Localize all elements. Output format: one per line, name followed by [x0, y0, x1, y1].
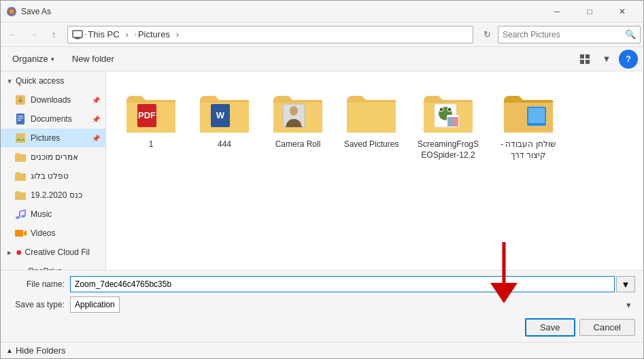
- kenes-folder-icon: [14, 189, 27, 201]
- pictures-icon: [14, 132, 27, 144]
- new-folder-button[interactable]: New folder: [66, 51, 120, 67]
- computer-icon: [72, 29, 83, 40]
- toolbar-right: ▼ ?: [575, 50, 638, 69]
- sidebar-item-amreem[interactable]: אמרים מוכנים: [1, 148, 105, 167]
- svg-marker-21: [24, 230, 27, 236]
- dialog-title: Save As: [21, 7, 541, 16]
- forward-button[interactable]: →: [24, 25, 43, 44]
- svg-rect-13: [18, 116, 23, 117]
- sidebar: ▼ Quick access Downloads 📌: [1, 71, 106, 270]
- savetype-select-wrapper: Application: [70, 296, 635, 313]
- sidebar-item-music[interactable]: Music: [1, 205, 105, 224]
- filename-input[interactable]: [70, 276, 615, 292]
- folder-desktop-shortcut[interactable]: שולחן העבודה - קיצור דרך: [491, 82, 566, 166]
- nav-bar: ← → ↑ › This PC › › Pictures › ↻: [1, 22, 643, 47]
- folder-1-label: 1: [149, 139, 154, 150]
- save-as-dialog: Save As ─ □ ✕ ← → ↑ › This PC › ›: [0, 0, 644, 359]
- sidebar-item-kenes[interactable]: כנס 19.2.2020: [1, 186, 105, 205]
- refresh-button[interactable]: ↻: [477, 25, 496, 44]
- minimize-button[interactable]: ─: [541, 1, 573, 22]
- organize-button[interactable]: Organize ▾: [6, 51, 61, 67]
- maximize-button[interactable]: □: [574, 1, 605, 22]
- up-button[interactable]: ↑: [44, 25, 63, 44]
- svg-rect-9: [580, 60, 584, 64]
- folder-camera-roll-label: Camera Roll: [275, 139, 321, 150]
- savetype-select[interactable]: Application: [70, 296, 120, 313]
- back-button[interactable]: ←: [3, 25, 22, 44]
- quick-access-label: Quick access: [16, 76, 64, 86]
- sidebar-item-onedrive[interactable]: ► ☁ OneDrive: [1, 262, 105, 270]
- breadcrumb-this-pc-dropdown[interactable]: ›: [121, 27, 133, 43]
- breadcrumb-pictures[interactable]: Pictures ›: [138, 27, 184, 43]
- search-box: 🔍: [498, 26, 641, 44]
- folder-saved-pictures[interactable]: Saved Pictures: [337, 82, 405, 166]
- folder-saved-pictures-label: Saved Pictures: [344, 139, 399, 150]
- hide-folders-label: Hide Folders: [16, 345, 66, 356]
- cancel-button[interactable]: Cancel: [579, 319, 635, 336]
- breadcrumb-pictures-dropdown[interactable]: ›: [171, 27, 184, 43]
- hide-folders-chevron-icon: ▲: [6, 347, 13, 354]
- sidebar-item-downloads[interactable]: Downloads 📌: [1, 90, 105, 109]
- hide-folders-bar[interactable]: ▲ Hide Folders: [1, 342, 643, 358]
- svg-rect-20: [15, 230, 23, 237]
- view-toggle-button[interactable]: [575, 50, 594, 69]
- title-bar: Save As ─ □ ✕: [1, 1, 643, 22]
- quick-access-header[interactable]: ▼ Quick access: [1, 71, 105, 90]
- sidebar-item-taplet[interactable]: טפלט בלוג: [1, 167, 105, 186]
- folder-1[interactable]: PDF 1: [117, 82, 185, 166]
- documents-icon: [14, 113, 27, 125]
- filename-dropdown-button[interactable]: ▼: [616, 276, 635, 292]
- folder-saved-pictures-icon: [344, 88, 399, 137]
- pictures-label: Pictures: [31, 133, 60, 143]
- kenes-label: כנס 19.2.2020: [31, 190, 82, 200]
- folder-desktop-shortcut-icon: [501, 88, 556, 137]
- search-input[interactable]: [503, 30, 625, 39]
- downloads-icon: [14, 94, 27, 106]
- svg-rect-7: [580, 54, 584, 58]
- videos-label: Videos: [31, 228, 55, 238]
- folder-screaming-frog[interactable]: ScreamingFrogSEOSpider-12.2: [411, 82, 486, 166]
- breadcrumb-computer: [72, 29, 83, 40]
- svg-rect-15: [18, 120, 21, 121]
- sidebar-item-creative-cloud[interactable]: ► ● Creative Cloud Fil: [1, 243, 105, 262]
- savetype-label: Save as type:: [9, 300, 70, 309]
- window-controls: ─ □ ✕: [541, 1, 638, 22]
- help-button[interactable]: ?: [619, 50, 638, 69]
- organize-label: Organize: [12, 54, 48, 64]
- view-dropdown-button[interactable]: ▼: [597, 50, 616, 69]
- folder-camera-roll[interactable]: Camera Roll: [264, 82, 332, 166]
- sidebar-item-documents[interactable]: Documents 📌: [1, 109, 105, 129]
- folder-screaming-frog-icon: [421, 88, 475, 137]
- svg-text:W: W: [216, 110, 225, 120]
- sidebar-item-pictures[interactable]: Pictures 📌: [1, 129, 105, 148]
- svg-point-40: [290, 106, 298, 116]
- svg-rect-4: [73, 31, 82, 37]
- app-icon: [6, 6, 17, 17]
- save-button[interactable]: Save: [525, 318, 575, 337]
- breadcrumb-this-pc[interactable]: This PC ›: [88, 27, 133, 43]
- folder-1-icon: PDF: [124, 88, 178, 137]
- breadcrumb: › This PC › › Pictures ›: [67, 26, 473, 44]
- svg-rect-8: [586, 54, 590, 58]
- main-area: ▼ Quick access Downloads 📌: [1, 71, 643, 270]
- close-button[interactable]: ✕: [607, 1, 638, 22]
- toolbar: Organize ▾ New folder ▼ ?: [1, 47, 643, 71]
- taplet-folder-icon: [14, 170, 27, 182]
- creative-cloud-icon: ●: [16, 246, 22, 258]
- bottom-area: File name: ▼ Save as type: Application S…: [1, 270, 643, 342]
- svg-rect-49: [528, 108, 545, 123]
- amreem-folder-icon: [14, 151, 27, 163]
- svg-point-45: [441, 109, 443, 111]
- svg-rect-10: [586, 60, 590, 64]
- taplet-label: טפלט בלוג: [31, 171, 69, 181]
- svg-rect-12: [16, 114, 24, 124]
- folder-desktop-shortcut-label: שולחן העבודה - קיצור דרך: [496, 139, 560, 160]
- folder-444[interactable]: W 444: [190, 82, 258, 166]
- organize-chevron-icon: ▾: [51, 56, 54, 63]
- documents-label: Documents: [31, 114, 72, 124]
- sidebar-content: ▼ Quick access Downloads 📌: [1, 71, 105, 270]
- filename-row: File name: ▼: [9, 276, 635, 292]
- sidebar-item-videos[interactable]: Videos: [1, 224, 105, 243]
- pin-icon-doc: 📌: [92, 116, 100, 123]
- quick-access-chevron-icon: ▼: [6, 78, 13, 85]
